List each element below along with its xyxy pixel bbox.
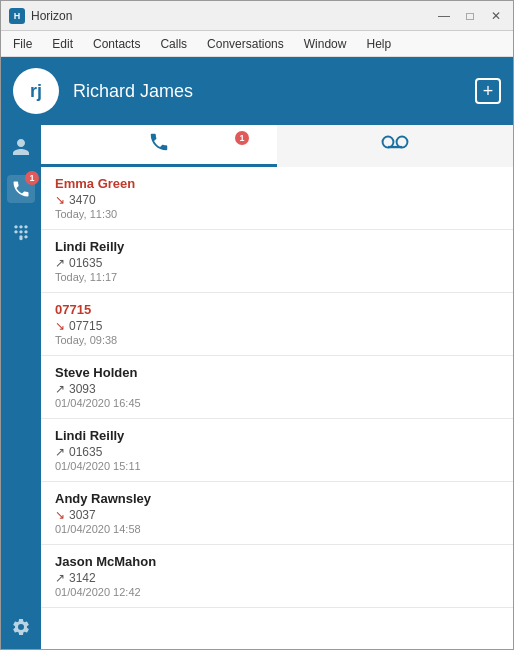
call-number: ↗ 01635 — [55, 445, 501, 459]
list-item[interactable]: Jason McMahon ↗ 3142 01/04/2020 12:42 — [41, 545, 513, 608]
call-direction-icon: ↘ — [55, 508, 65, 522]
profile-name: Richard James — [73, 81, 193, 102]
list-item[interactable]: Andy Rawnsley ↘ 3037 01/04/2020 14:58 — [41, 482, 513, 545]
menu-window[interactable]: Window — [300, 35, 351, 53]
call-number: ↘ 07715 — [55, 319, 501, 333]
window-controls[interactable]: — □ ✕ — [435, 7, 505, 25]
svg-point-0 — [383, 137, 394, 148]
calls-tab-badge: 1 — [235, 131, 249, 145]
minimize-button[interactable]: — — [435, 7, 453, 25]
profile-header: rj Richard James + — [1, 57, 513, 125]
call-direction-icon: ↘ — [55, 319, 65, 333]
call-time: 01/04/2020 14:58 — [55, 523, 501, 535]
app-icon: H — [9, 8, 25, 24]
phone-tab-icon — [148, 131, 170, 158]
close-button[interactable]: ✕ — [487, 7, 505, 25]
avatar: rj — [13, 68, 59, 114]
list-item[interactable]: Emma Green ↘ 3470 Today, 11:30 — [41, 167, 513, 230]
menu-bar: File Edit Contacts Calls Conversations W… — [1, 31, 513, 57]
call-number: ↗ 3142 — [55, 571, 501, 585]
calls-badge: 1 — [25, 171, 39, 185]
sidebar-calls-icon[interactable]: 1 — [7, 175, 35, 203]
main-layout: 1 1 — [1, 125, 513, 650]
tabs: 1 — [41, 125, 513, 167]
caller-name: Lindi Reilly — [55, 239, 501, 254]
call-time: Today, 11:17 — [55, 271, 501, 283]
menu-conversations[interactable]: Conversations — [203, 35, 288, 53]
caller-name: Jason McMahon — [55, 554, 501, 569]
voicemail-tab-icon — [381, 131, 409, 158]
list-item[interactable]: Lindi Reilly ↗ 01635 Today, 11:17 — [41, 230, 513, 293]
call-number: ↘ 3037 — [55, 508, 501, 522]
call-time: 01/04/2020 15:11 — [55, 460, 501, 472]
maximize-button[interactable]: □ — [461, 7, 479, 25]
sidebar-contacts-icon[interactable] — [7, 133, 35, 161]
app-title: Horizon — [31, 9, 435, 23]
call-time: 01/04/2020 16:45 — [55, 397, 501, 409]
call-direction-icon: ↗ — [55, 382, 65, 396]
call-number: ↗ 3093 — [55, 382, 501, 396]
call-list: Emma Green ↘ 3470 Today, 11:30 Lindi Rei… — [41, 167, 513, 650]
call-time: Today, 11:30 — [55, 208, 501, 220]
list-item[interactable]: Lindi Reilly ↗ 01635 01/04/2020 15:11 — [41, 419, 513, 482]
svg-rect-2 — [388, 146, 402, 148]
content-area: 1 Emma G — [41, 125, 513, 650]
call-time: 01/04/2020 12:42 — [55, 586, 501, 598]
sidebar: 1 — [1, 125, 41, 650]
sidebar-settings-icon[interactable] — [7, 613, 35, 641]
call-direction-icon: ↗ — [55, 256, 65, 270]
calls-tab[interactable]: 1 — [41, 125, 277, 167]
menu-contacts[interactable]: Contacts — [89, 35, 144, 53]
menu-calls[interactable]: Calls — [156, 35, 191, 53]
caller-name: Steve Holden — [55, 365, 501, 380]
list-item[interactable]: Steve Holden ↗ 3093 01/04/2020 16:45 — [41, 356, 513, 419]
menu-edit[interactable]: Edit — [48, 35, 77, 53]
call-number: ↘ 3470 — [55, 193, 501, 207]
caller-name: Lindi Reilly — [55, 428, 501, 443]
voicemail-tab[interactable] — [277, 125, 513, 167]
call-direction-icon: ↘ — [55, 193, 65, 207]
menu-file[interactable]: File — [9, 35, 36, 53]
title-bar: H Horizon — □ ✕ — [1, 1, 513, 31]
caller-name: Andy Rawnsley — [55, 491, 501, 506]
call-number: ↗ 01635 — [55, 256, 501, 270]
caller-name: 07715 — [55, 302, 501, 317]
list-item[interactable]: 07715 ↘ 07715 Today, 09:38 — [41, 293, 513, 356]
call-direction-icon: ↗ — [55, 571, 65, 585]
call-time: Today, 09:38 — [55, 334, 501, 346]
svg-point-1 — [397, 137, 408, 148]
menu-help[interactable]: Help — [362, 35, 395, 53]
call-direction-icon: ↗ — [55, 445, 65, 459]
sidebar-dialpad-icon[interactable] — [7, 217, 35, 245]
caller-name: Emma Green — [55, 176, 501, 191]
add-button[interactable]: + — [475, 78, 501, 104]
